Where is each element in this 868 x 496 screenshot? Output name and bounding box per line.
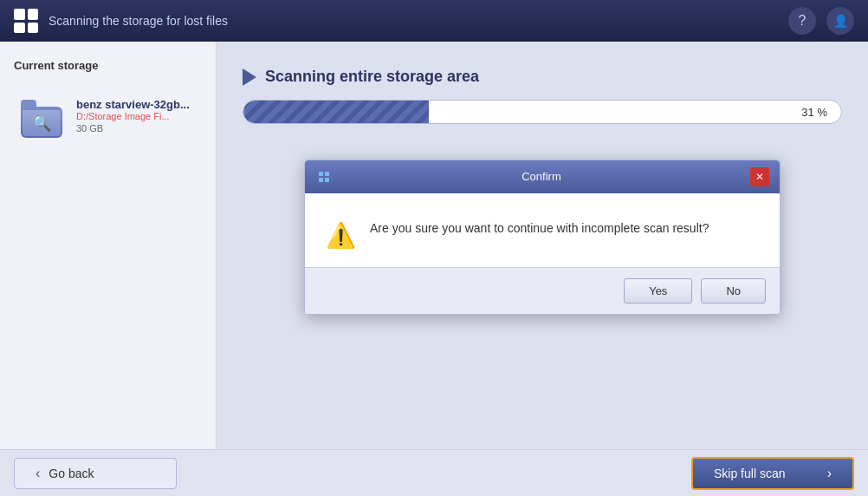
dialog-footer: Yes No <box>305 267 780 314</box>
storage-path: D:/Storage Image Fi... <box>76 111 195 121</box>
dialog-title-icon <box>315 168 333 186</box>
app-logo <box>14 9 38 33</box>
skip-label: Skip full scan <box>714 467 785 480</box>
progress-bar: 31 % <box>243 100 842 124</box>
scan-arrow-icon <box>243 69 256 86</box>
svg-rect-3 <box>325 178 329 182</box>
svg-rect-0 <box>319 172 323 176</box>
svg-rect-1 <box>325 172 329 176</box>
storage-item[interactable]: 🔍 benz starview-32gb... D:/Storage Image… <box>14 86 202 145</box>
bottombar: ‹ Go back Skip full scan › <box>0 449 868 496</box>
help-button[interactable]: ? <box>788 7 816 35</box>
go-back-button[interactable]: ‹ Go back <box>14 458 177 489</box>
sidebar: Current storage 🔍 benz starview-32gb... … <box>0 42 217 449</box>
scan-header: Scanning entire storage area <box>243 68 842 86</box>
storage-info: benz starview-32gb... D:/Storage Image F… <box>76 98 195 134</box>
user-button[interactable]: 👤 <box>826 7 854 35</box>
progress-percent: 31 % <box>801 106 827 119</box>
dialog-titlebar: Confirm ✕ <box>305 160 780 193</box>
storage-icon: 🔍 <box>21 93 66 138</box>
skip-arrow-icon: › <box>827 466 832 481</box>
folder-search-icon: 🔍 <box>32 114 51 133</box>
svg-rect-2 <box>319 178 323 182</box>
main-layout: Current storage 🔍 benz starview-32gb... … <box>0 42 868 449</box>
back-arrow-icon: ‹ <box>36 466 40 481</box>
dialog-message: Are you sure you want to continue with i… <box>370 219 709 238</box>
dialog-close-button[interactable]: ✕ <box>750 167 769 186</box>
titlebar-title: Scanning the storage for lost files <box>49 14 778 28</box>
dialog-title: Confirm <box>340 170 743 183</box>
scan-title: Scanning entire storage area <box>265 68 479 86</box>
no-button[interactable]: No <box>701 278 766 303</box>
storage-name: benz starview-32gb... <box>76 98 195 111</box>
warning-icon: ⚠️ <box>326 221 356 250</box>
titlebar: Scanning the storage for lost files ? 👤 <box>0 0 868 42</box>
progress-fill <box>243 101 429 123</box>
confirm-dialog: Confirm ✕ ⚠️ Are you sure you want to co… <box>304 160 781 315</box>
back-label: Go back <box>49 467 94 480</box>
yes-button[interactable]: Yes <box>624 278 692 303</box>
skip-scan-button[interactable]: Skip full scan › <box>691 457 854 490</box>
content-area: Scanning entire storage area 31 % <box>217 42 868 449</box>
storage-size: 30 GB <box>76 123 195 134</box>
sidebar-label: Current storage <box>14 59 202 72</box>
dialog-body: ⚠️ Are you sure you want to continue wit… <box>305 193 780 267</box>
